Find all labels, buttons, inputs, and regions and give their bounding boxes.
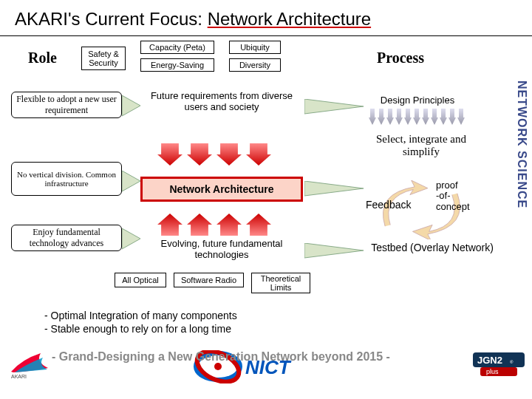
title-underlined: Network Architecture <box>208 9 371 29</box>
jgn-logo-icon: JGN2 ® plus <box>473 351 525 379</box>
grid-safety: Safety & Security <box>81 47 126 70</box>
svg-marker-1 <box>122 171 140 191</box>
testbed-label: Testbed (Overlay Network) <box>369 242 495 253</box>
role-flexible: Flexible to adopt a new user requirement <box>11 92 122 118</box>
tri-right-icon <box>304 99 364 115</box>
role-enjoy: Enjoy fundamental technology advances <box>11 225 122 251</box>
red-arrows-down <box>155 143 288 173</box>
svg-text:plus: plus <box>486 368 499 375</box>
grid-ubiquity: Ubiquity <box>229 41 281 54</box>
process-heading: Process <box>377 50 424 66</box>
svg-marker-5 <box>304 243 364 258</box>
proof-label: proof -of- concept <box>436 180 470 212</box>
title-prefix: AKARI's Current Focus: <box>15 9 208 29</box>
page-title: AKARI's Current Focus: Network Architect… <box>0 0 532 36</box>
design-principles: Design Principles <box>362 92 473 108</box>
akari-logo-icon: AKARI <box>7 346 52 379</box>
tech-limits: Theoretical Limits <box>251 273 310 293</box>
grand-design-text: - Grand-Designing a New Generation Netwo… <box>52 350 390 364</box>
side-label: NETWORK SCIENCE <box>515 81 528 208</box>
tri-right-icon <box>304 243 364 259</box>
tech-optical: All Optical <box>115 273 166 287</box>
tri-icon <box>122 228 140 250</box>
grid-diversity: Diversity <box>229 58 281 72</box>
tri-icon <box>122 95 140 117</box>
footer-line-2: - Stable enough to rely on for a long ti… <box>44 323 231 335</box>
svg-marker-2 <box>122 228 140 249</box>
footer-line-1: - Optimal Integration of many components <box>44 310 237 321</box>
select-integrate: Select, integrate and simplify <box>362 132 480 159</box>
role-novert: No vertical division. Common infrastruct… <box>11 162 122 196</box>
svg-text:JGN2: JGN2 <box>477 355 502 366</box>
tri-icon <box>122 171 140 193</box>
feedback-label: Feedback <box>366 199 411 211</box>
svg-text:®: ® <box>510 360 514 364</box>
role-heading: Role <box>28 50 57 66</box>
network-architecture-box: Network Architecture <box>140 177 303 202</box>
svg-marker-0 <box>122 95 140 116</box>
svg-marker-3 <box>304 99 364 114</box>
svg-marker-4 <box>304 181 364 196</box>
red-arrows-up <box>155 206 288 236</box>
future-req: Future requirements from diverse users a… <box>140 88 303 115</box>
svg-point-9 <box>214 363 222 370</box>
svg-text:AKARI: AKARI <box>11 374 27 379</box>
grid-capacity: Capacity (Peta) <box>140 41 214 54</box>
tech-radio: Software Radio <box>174 273 244 287</box>
diagram-canvas: Role Process NETWORK SCIENCE Safety & Se… <box>0 36 532 383</box>
tri-right-icon <box>304 181 364 197</box>
grid-energy: Energy-Saving <box>140 58 214 72</box>
blue-arrows-down <box>368 109 471 128</box>
evolving-tech: Evolving, future fundamental technologie… <box>140 236 303 262</box>
